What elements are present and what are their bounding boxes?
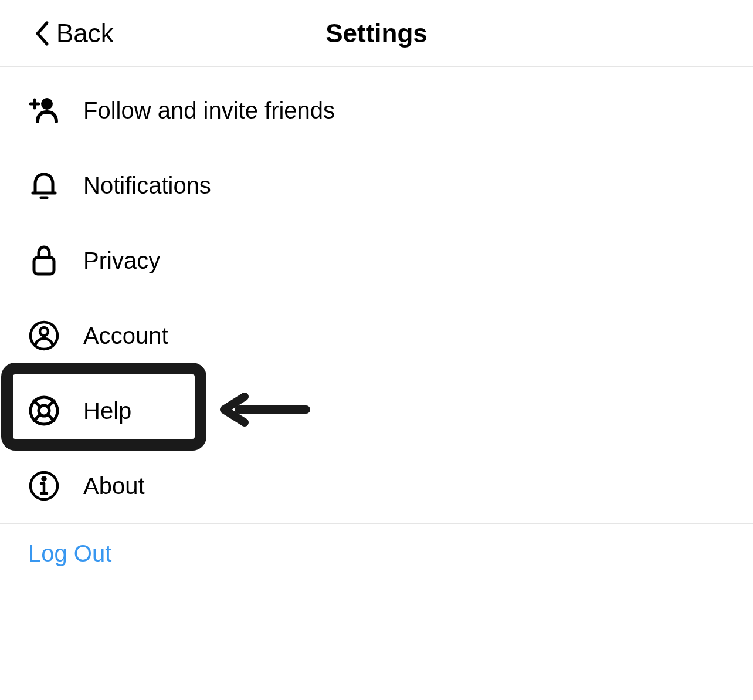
bell-icon xyxy=(28,170,60,201)
menu-item-label: Notifications xyxy=(83,173,211,199)
logout-button[interactable]: Log Out xyxy=(0,524,753,583)
page-title: Settings xyxy=(325,19,428,48)
back-button[interactable]: Back xyxy=(0,19,114,48)
svg-line-12 xyxy=(34,415,40,421)
lifebuoy-icon xyxy=(28,395,60,427)
menu-item-label: About xyxy=(83,473,145,499)
menu-item-about[interactable]: About xyxy=(0,448,753,523)
menu-item-notifications[interactable]: Notifications xyxy=(0,148,753,223)
user-circle-icon xyxy=(28,320,60,351)
menu-item-account[interactable]: Account xyxy=(0,298,753,373)
person-add-icon xyxy=(28,94,60,126)
menu-item-follow-invite[interactable]: Follow and invite friends xyxy=(0,73,753,148)
svg-point-0 xyxy=(42,99,52,109)
svg-point-14 xyxy=(43,478,46,481)
svg-line-9 xyxy=(34,401,40,407)
menu-item-label: Follow and invite friends xyxy=(83,97,335,124)
svg-line-11 xyxy=(48,401,54,407)
menu-item-help[interactable]: Help xyxy=(0,373,753,448)
menu-item-privacy[interactable]: Privacy xyxy=(0,223,753,298)
menu-item-label: Privacy xyxy=(83,248,160,274)
header: Back Settings xyxy=(0,0,753,67)
svg-rect-4 xyxy=(34,258,54,274)
logout-label: Log Out xyxy=(28,540,111,566)
menu-item-label: Help xyxy=(83,398,131,424)
menu-list: Follow and invite friends Notifications … xyxy=(0,67,753,523)
lock-icon xyxy=(28,245,60,276)
svg-point-6 xyxy=(40,327,48,336)
menu-item-label: Account xyxy=(83,323,168,349)
info-icon xyxy=(28,470,60,502)
svg-line-10 xyxy=(48,415,54,421)
chevron-left-icon xyxy=(35,21,49,46)
back-label: Back xyxy=(56,19,114,48)
annotation-arrow-icon xyxy=(218,392,312,427)
